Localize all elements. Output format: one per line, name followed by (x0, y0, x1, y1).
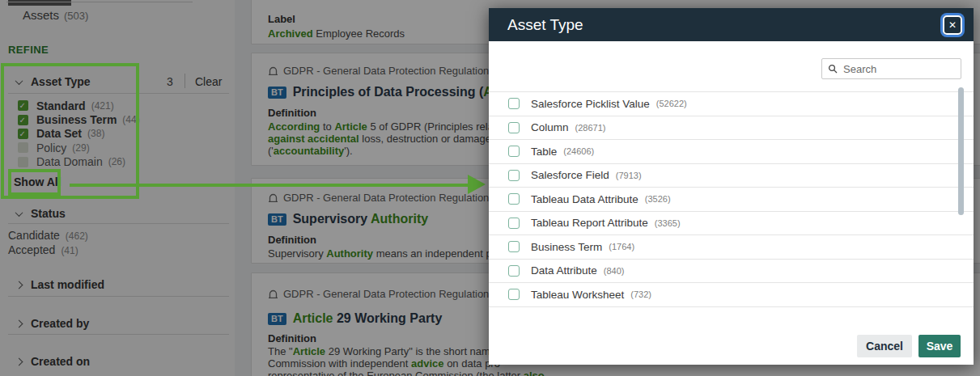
asset-type-name: Salesforce Field (531, 169, 609, 181)
asset-type-row[interactable]: Table (24606) (489, 140, 974, 164)
checkbox-icon[interactable] (508, 98, 520, 109)
asset-type-row[interactable]: Salesforce Picklist Value (52622) (489, 92, 974, 116)
asset-type-row[interactable]: Business Term (1764) (489, 235, 974, 260)
asset-type-list: Salesforce Picklist Value (52622) Column… (489, 91, 974, 307)
asset-type-name: Salesforce Picklist Value (531, 98, 650, 110)
asset-type-count: (24606) (563, 146, 594, 156)
save-button[interactable]: Save (918, 335, 961, 357)
checkbox-icon[interactable] (508, 265, 520, 277)
asset-type-name: Business Term (531, 241, 602, 253)
annotation-arrow-line (70, 184, 469, 187)
checkbox-icon[interactable] (508, 193, 520, 205)
asset-type-modal: Asset Type ✕ Salesforce Picklist Value (… (489, 8, 974, 365)
checkbox-icon[interactable] (508, 218, 520, 229)
checkbox-icon[interactable] (508, 170, 520, 181)
asset-type-name: Data Attribute (531, 264, 597, 277)
search-icon (828, 64, 838, 74)
asset-type-row[interactable]: Salesforce Field (7913) (489, 164, 974, 188)
checkbox-icon[interactable] (508, 146, 520, 157)
annotation-showall-box (8, 169, 61, 196)
app-screen: Assets(503) REFINE Asset Type 3 Clear ✓ … (0, 0, 980, 376)
asset-type-name: Tableau Data Attribute (531, 193, 638, 205)
checkbox-icon[interactable] (508, 289, 520, 300)
asset-type-row[interactable]: Tableau Worksheet (732) (489, 283, 974, 307)
asset-type-count: (7913) (616, 171, 642, 180)
search-box (821, 58, 961, 79)
modal-header: Asset Type ✕ (489, 8, 974, 41)
asset-type-count: (52622) (656, 99, 687, 108)
asset-type-row[interactable]: Tableau Report Attribute (3365) (489, 212, 974, 236)
asset-type-name: Column (531, 121, 569, 133)
annotation-arrow-head-icon (468, 175, 486, 194)
asset-type-count: (732) (630, 289, 651, 299)
search-input[interactable] (821, 58, 961, 79)
asset-type-count: (3365) (655, 218, 681, 228)
asset-type-name: Tableau Report Attribute (531, 217, 648, 229)
cancel-button[interactable]: Cancel (857, 335, 912, 357)
asset-type-name: Table (531, 146, 557, 158)
asset-type-count: (1764) (609, 242, 634, 251)
asset-type-count: (840) (604, 266, 625, 276)
asset-type-row[interactable]: Tableau Data Attribute (3526) (489, 188, 974, 212)
close-button[interactable]: ✕ (943, 15, 962, 35)
modal-title: Asset Type (507, 16, 583, 34)
asset-type-name: Tableau Worksheet (531, 289, 624, 301)
close-icon: ✕ (948, 19, 957, 31)
asset-type-row[interactable]: Data Attribute (840) (489, 260, 974, 284)
asset-type-count: (3526) (645, 194, 671, 204)
checkbox-icon[interactable] (508, 241, 520, 252)
asset-type-row[interactable]: Column (28671) (489, 116, 974, 141)
asset-type-count: (28671) (575, 123, 606, 133)
checkbox-icon[interactable] (508, 122, 520, 133)
scrollbar[interactable] (958, 87, 964, 215)
